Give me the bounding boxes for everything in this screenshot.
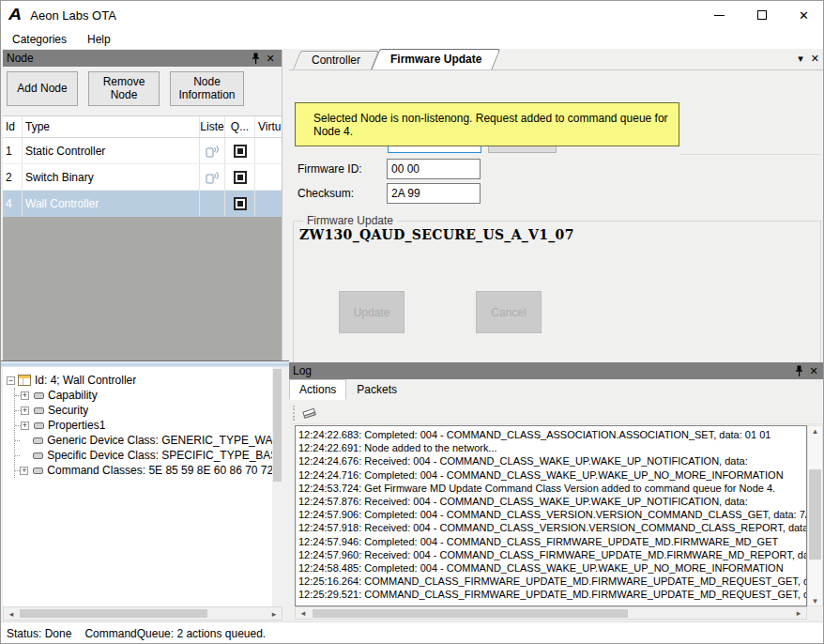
checksum-label: Checksum: bbox=[298, 187, 387, 200]
log-horizontal-scrollbar[interactable]: ◂ ▸ bbox=[295, 606, 807, 620]
tab-firmware-update[interactable]: Firmware Update bbox=[375, 49, 496, 69]
log-entry: 12:24:22.691: Node added to the network.… bbox=[298, 441, 806, 454]
scrollbar-thumb[interactable] bbox=[809, 469, 821, 560]
checksum-field[interactable] bbox=[387, 183, 481, 204]
col-header-listening[interactable]: Liste bbox=[200, 116, 225, 137]
col-header-virtual[interactable]: Virtu bbox=[255, 116, 282, 137]
tree-item[interactable]: + Command Classes: 5E 85 59 8E 60 86 70 … bbox=[15, 463, 281, 478]
tree-item-label: Security bbox=[48, 404, 88, 417]
queued-checkbox[interactable] bbox=[234, 171, 247, 184]
log-entry: 12:24:57.876: Received: 004 - COMMAND_CL… bbox=[298, 495, 806, 508]
scroll-up-icon[interactable]: ▴ bbox=[808, 426, 823, 436]
log-panel-title: Log bbox=[293, 364, 791, 377]
app-logo-icon: A bbox=[8, 6, 22, 24]
table-row-selected[interactable]: 4 Wall Controller bbox=[3, 191, 282, 217]
scrollbar-thumb[interactable] bbox=[20, 609, 207, 618]
device-icon bbox=[33, 468, 43, 474]
pin-icon[interactable] bbox=[791, 364, 806, 377]
maximize-button[interactable] bbox=[740, 1, 783, 29]
tree-vertical-scrollbar[interactable] bbox=[272, 367, 282, 606]
tree-item[interactable]: + Security bbox=[15, 403, 281, 418]
tab-close-icon[interactable]: ✕ bbox=[811, 53, 819, 65]
queued-checkbox[interactable] bbox=[234, 197, 247, 210]
tree-item[interactable]: + Properties1 bbox=[15, 418, 281, 433]
clear-log-button[interactable] bbox=[301, 406, 318, 421]
scrollbar-thumb[interactable] bbox=[273, 369, 282, 482]
log-tabs: Actions Packets bbox=[289, 379, 407, 400]
row-listening-cell bbox=[200, 191, 225, 216]
firmware-id-field[interactable] bbox=[387, 159, 481, 179]
node-table-header: Id Type Liste Q... Virtu bbox=[3, 116, 282, 138]
device-icon bbox=[34, 422, 44, 429]
col-header-type[interactable]: Type bbox=[23, 116, 200, 137]
scroll-right-icon[interactable]: ▸ bbox=[267, 609, 282, 619]
tree-item-root[interactable]: − Id: 4; Wall Controller bbox=[7, 373, 281, 388]
status-text: Status: Done bbox=[7, 627, 71, 640]
firmware-update-groupbox: Firmware Update ZW130_QAUD_SECURE_US_A_V… bbox=[293, 221, 821, 378]
collapse-expander[interactable]: − bbox=[7, 376, 15, 385]
expand-expander[interactable]: + bbox=[21, 406, 29, 415]
close-button[interactable]: ✕ bbox=[783, 1, 824, 29]
menu-help[interactable]: Help bbox=[78, 31, 120, 48]
expand-expander[interactable]: + bbox=[21, 422, 29, 430]
expand-expander[interactable]: + bbox=[21, 391, 29, 400]
maximize-icon bbox=[757, 10, 767, 20]
tree-item-label: Generic Device Class: GENERIC_TYPE_WALL_… bbox=[47, 434, 281, 447]
tree-item[interactable]: Specific Device Class: SPECIFIC_TYPE_BAS… bbox=[15, 448, 281, 463]
tab-actions[interactable]: Actions bbox=[289, 379, 346, 400]
close-icon: ✕ bbox=[799, 8, 809, 23]
cancel-button[interactable]: Cancel bbox=[476, 291, 542, 333]
tab-label: Controller bbox=[312, 54, 360, 67]
add-node-button[interactable]: Add Node bbox=[7, 71, 78, 106]
scroll-right-icon[interactable]: ▸ bbox=[791, 608, 806, 618]
tree-item-label: Command Classes: 5E 85 59 8E 60 86 70 72… bbox=[47, 464, 281, 477]
col-header-id[interactable]: Id bbox=[3, 116, 23, 137]
log-entry: 12:24:22.683: Completed: 004 - COMMAND_C… bbox=[298, 428, 806, 441]
log-entry: 12:24:24.716: Completed: 004 - COMMAND_C… bbox=[298, 468, 806, 482]
row-virtual-cell bbox=[255, 164, 282, 190]
scrollbar-thumb[interactable] bbox=[313, 609, 628, 618]
table-row[interactable]: 1 Static Controller bbox=[3, 138, 282, 164]
log-entry: 12:25:16.264: COMMAND_CLASS_FIRMWARE_UPD… bbox=[298, 575, 806, 588]
vertical-splitter[interactable] bbox=[282, 50, 289, 621]
row-queue-cell bbox=[225, 191, 255, 216]
pin-icon[interactable] bbox=[248, 52, 263, 65]
log-output[interactable]: 12:24:22.683: Completed: 004 - COMMAND_C… bbox=[295, 425, 807, 606]
scroll-down-icon[interactable]: ▾ bbox=[808, 596, 823, 606]
app-window: A Aeon Labs OTA ✕ Categories Help Node ✕… bbox=[0, 0, 824, 644]
tree-item[interactable]: Generic Device Class: GENERIC_TYPE_WALL_… bbox=[15, 433, 281, 448]
tab-controller[interactable]: Controller bbox=[297, 51, 375, 69]
log-panel-close-icon[interactable]: ✕ bbox=[806, 364, 821, 377]
notification-text: Selected Node is non-listenong. Request … bbox=[313, 112, 679, 138]
log-entry: 12:24:57.946: Completed: 004 - COMMAND_C… bbox=[298, 535, 806, 548]
expand-expander[interactable]: + bbox=[20, 467, 28, 475]
queued-checkbox[interactable] bbox=[234, 145, 247, 158]
row-queue-cell bbox=[225, 164, 255, 190]
horizontal-splitter[interactable] bbox=[1, 360, 289, 367]
log-toolbar bbox=[291, 402, 823, 424]
node-information-button[interactable]: Node Information bbox=[170, 71, 244, 106]
tree-horizontal-scrollbar[interactable]: ◂ ▸ bbox=[3, 606, 282, 621]
col-header-queue[interactable]: Q... bbox=[225, 116, 255, 137]
remove-node-button[interactable]: Remove Node bbox=[88, 71, 160, 106]
tab-packets[interactable]: Packets bbox=[346, 379, 407, 400]
log-vertical-scrollbar[interactable]: ▴ ▾ bbox=[807, 425, 823, 606]
update-button[interactable]: Update bbox=[339, 291, 404, 333]
table-row[interactable]: 2 Switch Binary bbox=[3, 164, 282, 191]
groupbox-title: Firmware Update bbox=[303, 214, 397, 227]
scroll-left-icon[interactable]: ◂ bbox=[296, 608, 311, 618]
device-icon bbox=[34, 407, 44, 414]
minimize-button[interactable] bbox=[698, 1, 740, 29]
firmware-file-name: ZW130_QAUD_SECURE_US_A_V1_07 bbox=[299, 227, 574, 242]
tab-list-dropdown-icon[interactable]: ▾ bbox=[798, 53, 803, 65]
row-type: Static Controller bbox=[23, 138, 200, 163]
row-virtual-cell bbox=[255, 191, 282, 216]
toolbar-grip[interactable] bbox=[293, 406, 296, 421]
tree-item[interactable]: + Capability bbox=[15, 388, 281, 403]
log-entry: 12:24:57.906: Completed: 004 - COMMAND_C… bbox=[298, 508, 806, 521]
scroll-left-icon[interactable]: ◂ bbox=[4, 609, 19, 619]
node-info-icon bbox=[18, 375, 31, 386]
node-panel-close-icon[interactable]: ✕ bbox=[263, 52, 278, 65]
menu-categories[interactable]: Categories bbox=[3, 31, 76, 48]
device-icon bbox=[33, 437, 43, 444]
